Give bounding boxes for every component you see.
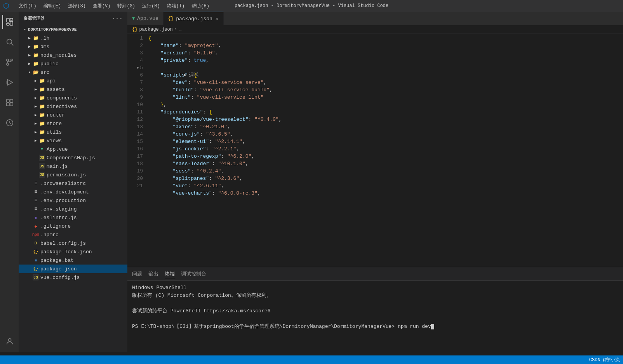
file-npmrc[interactable]: ▶ npm .npmrc [19,230,127,239]
source-control-icon[interactable] [2,55,16,69]
file-package-lock[interactable]: ▶ {} package-lock.json [19,247,127,256]
terminal-prompt-line: PS E:\TB-shop\【031】基于springboot的学生宿舍管理系统… [132,323,618,331]
folder-router[interactable]: ▶ 📁 router [19,111,127,119]
file-env-dev[interactable]: ▶ ≡ .env.development [19,188,127,196]
window-title: package.json - DormitoryManagerVue - Vis… [235,3,388,9]
terminal-tab-debug-console[interactable]: 调试控制台 [181,269,206,279]
title-bar: ⬡ 文件(F) 编辑(E) 选择(S) 查看(V) 转到(G) 运行(R) 终端… [0,0,623,12]
file-env-staging[interactable]: ▶ ≡ .env.staging [19,205,127,213]
folder-directives[interactable]: ▶ 📁 directives [19,102,127,111]
account-icon[interactable] [2,334,16,348]
folder-node-modules[interactable]: ▶ 📁 node_modules [19,51,127,59]
code-line-6: "dev": "vue-cli-service serve", [147,79,623,86]
status-bar-right-text: CSDN @宁小流 [589,357,620,363]
menu-view[interactable]: 查看(V) [90,2,114,10]
file-main-js[interactable]: ▶ JS main.js [19,162,127,171]
sidebar-more-icon[interactable]: ··· [111,15,123,22]
file-permission-js[interactable]: ▶ JS permission.js [19,171,127,179]
code-line-21: "vue-echarts": "^6.0.0-rc.3", [147,190,623,197]
menu-goto[interactable]: 转到(G) [114,2,138,10]
folder-root[interactable]: ▾ DORMITORYMANAGERVUE [19,25,127,34]
code-line-4: "private": true, [147,57,623,64]
file-env-dev-label: .env.development [40,189,89,195]
file-vue-config[interactable]: ▶ JS vue.config.js [19,273,127,282]
file-env-staging-label: .env.staging [40,206,77,212]
code-area[interactable]: { "name": "myproject", "version": "0.1.0… [147,34,623,267]
folder-assets-arrow: ▶ [33,86,39,92]
explorer-icon[interactable] [2,15,16,29]
folder-assets[interactable]: ▶ 📁 assets [19,85,127,94]
menu-edit[interactable]: 编辑(E) [40,2,64,10]
folder-views[interactable]: ▶ 📁 views [19,136,127,145]
folder-dms-label: dms [40,44,49,50]
folder-open-icon: 📂 [33,69,39,75]
menu-terminal[interactable]: 终端(T) [164,2,188,10]
terminal-tab-output[interactable]: 输出 [148,269,158,279]
code-line-3: "version": "0.1.0", [147,49,623,57]
folder-components-arrow: ▶ [33,95,39,101]
folder-router-arrow: ▶ [33,112,39,118]
folder-public-arrow: ▶ [26,61,33,67]
file-componentsmap[interactable]: ▶ JS ComponentsMap.js [19,153,127,162]
folder-icon: 📁 [39,103,45,110]
terminal-content[interactable]: Windows PowerShell 版权所有 (C) Microsoft Co… [127,281,623,364]
code-line-10: "dependencies": { [147,108,623,116]
terminal-tab-problems[interactable]: 问题 [132,269,142,279]
code-line-2: "name": "myproject", [147,42,623,49]
folder-views-arrow: ▶ [33,138,39,144]
terminal-tab-terminal[interactable]: 终端 [165,269,175,279]
file-browserslistrc[interactable]: ▶ ≡ .browserslistrc [19,179,127,188]
folder-store[interactable]: ▶ 📁 store [19,119,127,128]
file-app-vue[interactable]: ▶ ▼ App.vue [19,145,127,153]
menu-select[interactable]: 选择(S) [65,2,89,10]
menu-file[interactable]: 文件(F) [16,2,40,10]
config-file-icon: ≡ [33,189,39,195]
tab-close-icon[interactable]: ✕ [215,16,219,22]
folder-utils[interactable]: ▶ 📁 utils [19,128,127,136]
folder-components[interactable]: ▶ 📁 components [19,94,127,102]
file-package-json-label: package.json [40,266,77,272]
file-env-prod-label: .env.production [40,198,86,204]
search-activity-icon[interactable] [2,35,16,49]
file-package-lock-label: package-lock.json [40,249,92,255]
file-env-prod[interactable]: ▶ ≡ .env.production [19,196,127,205]
folder-directives-arrow: ▶ [33,103,39,110]
extensions-icon[interactable] [2,96,16,110]
run-debug-icon[interactable] [2,75,16,89]
svg-rect-3 [7,23,9,25]
folder-root-arrow: ▾ [22,26,28,33]
folder-src[interactable]: ▾ 📂 src [19,68,127,77]
file-package-json[interactable]: ▶ {} package.json [19,265,127,273]
file-app-vue-label: App.vue [47,146,68,152]
code-line-8: "lint": "vue-cli-service lint" [147,94,623,101]
folder-api-label: api [47,78,56,84]
folder-assets-label: assets [47,87,65,92]
file-babel-config[interactable]: ▶ B babel.config.js [19,239,127,247]
folder-api[interactable]: ▶ 📁 api [19,77,127,85]
js-file-icon: JS [39,163,45,169]
tab-app-vue[interactable]: ▼ App.vue [127,12,164,25]
svg-point-6 [7,59,9,61]
file-gitignore[interactable]: ▶ ◆ .gitignore [19,222,127,230]
file-package-bat[interactable]: ▶ ■ package.bat [19,256,127,265]
file-npmrc-label: .npmrc [40,232,59,238]
code-line-16: "path-to-regexp": "^6.2.0", [147,153,623,160]
svg-line-5 [11,44,13,45]
file-babel-config-label: babel.config.js [40,240,86,246]
history-icon[interactable] [2,116,16,130]
tab-package-json[interactable]: {} package.json ✕ [164,12,224,25]
folder-lh[interactable]: ▶ 📁 .lh [19,34,127,42]
editor-content[interactable]: 1 2 3 4 ▶5 6 7 8 9 10 11 12 13 14 15 16 … [127,34,623,267]
menu-help[interactable]: 帮助(H) [188,2,212,10]
git-file-icon: ◆ [33,223,39,229]
folder-icon: 📁 [39,112,45,118]
menu-run[interactable]: 运行(R) [139,2,163,10]
code-line-7: "build": "vue-cli-service build", [147,86,623,94]
terminal-area: 问题 输出 终端 调试控制台 Windows PowerShell 版权所有 (… [127,267,623,364]
folder-public[interactable]: ▶ 📁 public [19,59,127,68]
folder-icon: 📁 [39,129,45,135]
tab-vue-icon: ▼ [132,16,135,21]
file-eslintrc[interactable]: ▶ ◈ .eslintrc.js [19,213,127,222]
folder-dms[interactable]: ▶ 📁 dms [19,42,127,51]
file-main-js-label: main.js [47,164,68,169]
